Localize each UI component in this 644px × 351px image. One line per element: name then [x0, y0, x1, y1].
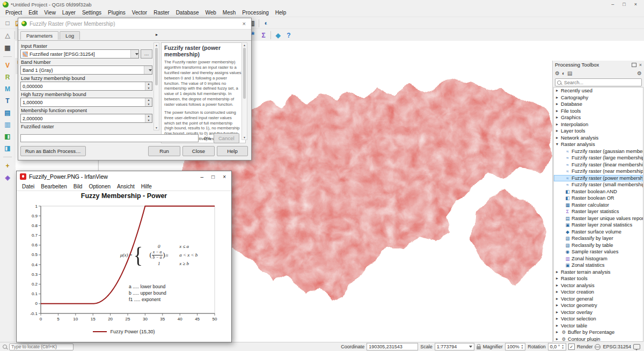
spin-down-icon[interactable]: ▼	[145, 119, 152, 123]
toolbox-group-recently-used[interactable]: ▸Recently used	[554, 87, 643, 94]
toolbox-group-interpolation[interactable]: ▸Interpolation	[554, 121, 643, 128]
menu-database[interactable]: Database	[173, 9, 202, 16]
mesh-tool-icon[interactable]: ◆	[273, 30, 283, 41]
spin-down-icon[interactable]: ▼	[521, 347, 523, 349]
maximize-icon[interactable]: □	[211, 174, 215, 180]
add-raster-layer-icon[interactable]: R	[2, 72, 13, 82]
help-button[interactable]: Help	[217, 146, 248, 156]
toolbox-alg-reclassify-by-layer[interactable]: ▨Reclassify by layer	[554, 235, 643, 242]
expander-icon[interactable]: ▸	[556, 275, 561, 282]
history-icon[interactable]: ◐	[562, 70, 565, 76]
scale-combo[interactable]: 1:773794	[435, 343, 474, 350]
toolbox-group-vector-table[interactable]: ▸Vector table	[554, 323, 643, 330]
spin-down-icon[interactable]: ▼	[561, 347, 564, 349]
minimize-icon[interactable]: –	[611, 2, 614, 7]
low-bound-spinbox[interactable]: 0,000000 ▲▼	[20, 82, 152, 91]
menu-processing[interactable]: Processing	[239, 9, 272, 16]
toolbox-alg-fuzzify-raster-small-membership[interactable]: ≈Fuzzify raster (small membership)	[554, 181, 643, 188]
toolbox-group-vector-creation[interactable]: ▸Vector creation	[554, 289, 643, 296]
toolbox-group-database[interactable]: ▸Database	[554, 101, 643, 108]
close-panel-icon[interactable]: ×	[639, 62, 642, 68]
toolbox-alg-fuzzify-raster-power-membership[interactable]: ≈Fuzzify raster (power membership)	[554, 175, 643, 182]
toolbox-alg-fuzzify-raster-gaussian-membership[interactable]: ≈Fuzzify raster (gaussian membership)	[554, 148, 643, 155]
float-panel-icon[interactable]	[632, 63, 636, 67]
expander-icon[interactable]: ▸	[556, 94, 561, 101]
add-wms-layer-icon[interactable]: ◧	[2, 131, 13, 141]
statistics-summary-icon[interactable]: Σ	[258, 30, 269, 41]
new-project-icon[interactable]: □	[2, 18, 13, 28]
tab-log[interactable]: Log	[60, 31, 80, 40]
toolbox-alg-raster-layer-statistics[interactable]: ΣRaster layer statistics	[554, 208, 643, 215]
help-scrollbar[interactable]: ▲ ▼	[241, 42, 247, 140]
toolbox-group-vector-overlay[interactable]: ▸Vector overlay	[554, 309, 643, 316]
expander-icon[interactable]: ▸	[556, 101, 561, 108]
toolbox-group-graphics[interactable]: ▸Graphics	[554, 114, 643, 121]
menu-settings[interactable]: Settings	[79, 9, 105, 16]
irfanview-menu-hilfe[interactable]: Hilfe	[138, 183, 155, 190]
tab-parameters[interactable]: Parameters	[20, 31, 58, 40]
lock-scale-icon[interactable]	[477, 346, 481, 349]
irfanview-menu-ansicht[interactable]: Ansicht	[114, 183, 138, 190]
menu-edit[interactable]: Edit	[25, 9, 41, 16]
menu-project[interactable]: Project	[2, 9, 25, 16]
expander-icon[interactable]: ▸	[556, 135, 561, 142]
expander-icon[interactable]: ▸	[556, 323, 561, 330]
menu-layer[interactable]: Layer	[59, 9, 79, 16]
toolbox-alg-fuzzify-raster-large-membership[interactable]: ≈Fuzzify raster (large membership)	[554, 155, 643, 162]
high-bound-spinbox[interactable]: 1,000000 ▲▼	[20, 98, 152, 107]
toolbox-group-cartography[interactable]: ▸Cartography	[554, 94, 643, 101]
options-icon[interactable]: ⚙	[637, 70, 642, 76]
spin-up-icon[interactable]: ▲	[145, 114, 152, 119]
toolbox-alg-reclassify-by-table[interactable]: ▨Reclassify by table	[554, 242, 643, 249]
render-checkbox[interactable]: ✓	[568, 343, 575, 350]
exponent-spinbox[interactable]: 2,000000 ▲▼	[20, 114, 152, 123]
menu-web[interactable]: Web	[202, 9, 219, 16]
toolbox-group-layer-tools[interactable]: ▸Layer tools	[554, 128, 643, 135]
toolbox-group-raster-tools[interactable]: ▸Raster tools	[554, 275, 643, 282]
close-icon[interactable]: ×	[223, 174, 226, 180]
toolbox-alg-zonal-histogram[interactable]: ▥Zonal histogram	[554, 255, 643, 262]
help-icon[interactable]: ?	[283, 30, 294, 41]
form-scrollbar[interactable]: ▲ ▼	[153, 42, 159, 130]
search-input[interactable]	[563, 79, 640, 86]
scrollbar-thumb[interactable]	[155, 48, 158, 85]
run-as-batch-button[interactable]: Run as Batch Process…	[20, 146, 86, 156]
toolbox-group-vector-general[interactable]: ▸Vector general	[554, 296, 643, 303]
toolbox-alg-sample-raster-values[interactable]: ◉Sample raster values	[554, 248, 643, 255]
advanced-digitizing-icon[interactable]: △	[2, 30, 13, 41]
toolbox-group-raster-terrain-analysis[interactable]: ▸Raster terrain analysis	[554, 269, 643, 276]
toolbox-group-network-analysis[interactable]: ▸Network analysis	[554, 135, 643, 142]
maximize-icon[interactable]: □	[623, 2, 625, 7]
toolbox-alg-raster-boolean-or[interactable]: ◧Raster boolean OR	[554, 195, 643, 202]
expander-icon[interactable]: ▸	[556, 316, 561, 323]
crs-value[interactable]: EPSG:31254	[603, 344, 631, 349]
toolbox-alg-zonal-statistics[interactable]: ▣Zonal statistics	[554, 262, 643, 269]
menu-vector[interactable]: Vector	[129, 9, 150, 16]
add-postgis-layer-icon[interactable]: ▤	[2, 108, 13, 118]
chevron-down-icon[interactable]	[144, 66, 152, 74]
expander-icon[interactable]: ▸	[556, 309, 561, 316]
band-combo[interactable]: Band 1 (Gray)	[20, 65, 152, 75]
add-vector-layer-icon[interactable]: V	[2, 61, 13, 70]
irfanview-menu-datei[interactable]: Datei	[19, 183, 38, 190]
browse-input-button[interactable]: …	[141, 49, 152, 58]
cancel-button[interactable]: Cancel	[214, 133, 239, 143]
minimize-icon[interactable]: –	[201, 174, 204, 180]
toolbox-alg-raster-surface-volume[interactable]: ◆Raster surface volume	[554, 229, 643, 236]
spin-up-icon[interactable]: ▲	[145, 98, 152, 103]
chevron-down-icon[interactable]	[130, 50, 138, 58]
collapse-help-icon[interactable]: ▸	[156, 32, 158, 37]
expander-icon[interactable]: ▸	[556, 114, 561, 121]
temporal-controller-icon[interactable]: ◐	[261, 18, 272, 28]
menu-plugins[interactable]: Plugins	[105, 9, 129, 16]
rotation-spinbox[interactable]: 0,0 ° ▲▼	[548, 343, 566, 350]
scroll-up-icon[interactable]: ▲	[155, 43, 158, 47]
expander-icon[interactable]: ▸	[556, 329, 561, 336]
close-button[interactable]: Close	[182, 146, 215, 156]
irfanview-menu-bild[interactable]: Bild	[70, 183, 86, 190]
toolbox-group-vector-selection[interactable]: ▸Vector selection	[554, 316, 643, 323]
expander-icon[interactable]: ▾	[556, 141, 561, 148]
toolbox-group-buffer-by-percentage[interactable]: ▸⚙Buffer by Percentage	[554, 329, 643, 336]
close-icon[interactable]: ×	[240, 20, 248, 27]
spin-down-icon[interactable]: ▼	[145, 86, 152, 91]
